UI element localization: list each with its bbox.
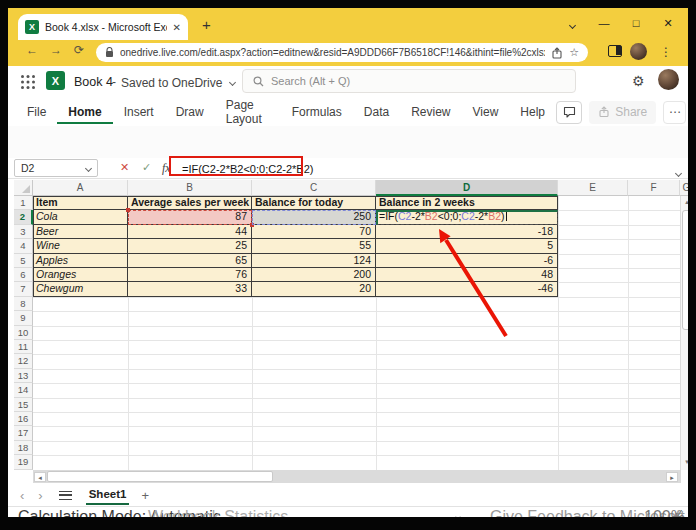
column-header-C[interactable]: C	[252, 180, 376, 196]
more-commands-button[interactable]: ⋯	[663, 101, 686, 124]
cell-B3[interactable]: 44	[128, 225, 252, 239]
cell-B4[interactable]: 25	[128, 239, 252, 253]
column-header-B[interactable]: B	[128, 180, 252, 196]
browser-tab[interactable]: X Book 4.xlsx - Microsoft Excel Onli ✕	[18, 14, 188, 40]
row-header-17[interactable]: 17	[14, 426, 33, 440]
row-header-6[interactable]: 6	[14, 268, 33, 282]
zoom-out-icon[interactable]: —	[626, 508, 642, 517]
add-sheet-icon[interactable]: +	[141, 488, 149, 503]
row-header-13[interactable]: 13	[14, 369, 33, 383]
cell-C3[interactable]: 70	[252, 225, 376, 239]
cell-B1[interactable]: Average sales per week	[128, 196, 252, 210]
window-minimize-button[interactable]: —	[596, 17, 612, 29]
status-chevron-icon[interactable]	[456, 507, 460, 517]
reload-icon[interactable]: ⟳	[74, 43, 84, 57]
column-header-D[interactable]: D	[376, 180, 558, 196]
cell-C2[interactable]: 250	[252, 210, 376, 224]
cell-B7[interactable]: 33	[128, 282, 252, 296]
bookmark-star-icon[interactable]: ☆	[569, 46, 579, 59]
cell-C4[interactable]: 55	[252, 239, 376, 253]
back-icon[interactable]: ←	[26, 43, 38, 57]
tab-close-icon[interactable]: ✕	[173, 22, 181, 33]
forward-icon[interactable]: →	[50, 43, 62, 57]
cell-D4[interactable]: 5	[376, 239, 558, 253]
row-header-7[interactable]: 7	[14, 282, 33, 296]
column-header-A[interactable]: A	[33, 180, 128, 196]
scroll-down-arrow[interactable]: ▾	[680, 458, 688, 468]
share-page-icon[interactable]	[551, 47, 563, 59]
cell-D7[interactable]: -46	[376, 282, 558, 296]
window-close-button[interactable]: ✕	[660, 17, 676, 30]
browser-profile-avatar[interactable]	[630, 43, 647, 60]
cell-D5[interactable]: -6	[376, 254, 558, 268]
name-box[interactable]: D2	[14, 159, 98, 177]
row-header-2[interactable]: 2	[14, 210, 33, 224]
row-header-5[interactable]: 5	[14, 254, 33, 268]
menu-insert[interactable]: Insert	[113, 100, 165, 125]
scroll-right-arrow[interactable]: ▸	[666, 472, 678, 482]
column-header-E[interactable]: E	[558, 180, 628, 196]
formula-bar-input[interactable]: =IF(C2-2*B2<0;0;C2-2*B2)	[182, 163, 313, 175]
cell-C6[interactable]: 200	[252, 268, 376, 282]
cell-D2[interactable]: =IF(C2-2*B2<0;0;C2-2*B2)	[376, 210, 558, 224]
chevron-down-icon[interactable]	[564, 20, 580, 32]
row-header-9[interactable]: 9	[14, 311, 33, 325]
zoom-in-icon[interactable]: +	[672, 508, 681, 517]
row-header-18[interactable]: 18	[14, 441, 33, 455]
row-header-4[interactable]: 4	[14, 239, 33, 253]
cell-A2[interactable]: Cola	[33, 210, 128, 224]
cell-A3[interactable]: Beer	[33, 225, 128, 239]
vertical-scrollbar-thumb[interactable]	[682, 210, 688, 330]
address-bar[interactable]: onedrive.live.com/edit.aspx?action=editn…	[96, 43, 588, 62]
settings-gear-icon[interactable]: ⚙	[632, 73, 645, 89]
row-header-14[interactable]: 14	[14, 383, 33, 397]
menu-formulas[interactable]: Formulas	[281, 100, 353, 125]
cell-D6[interactable]: 48	[376, 268, 558, 282]
app-launcher-icon[interactable]	[20, 74, 36, 90]
row-header-19[interactable]: 19	[14, 455, 33, 469]
menu-help[interactable]: Help	[509, 100, 556, 125]
row-header-12[interactable]: 12	[14, 354, 33, 368]
cell-A4[interactable]: Wine	[33, 239, 128, 253]
menu-view[interactable]: View	[462, 100, 510, 125]
menu-draw[interactable]: Draw	[165, 100, 215, 125]
save-status[interactable]: Saved to OneDrive	[121, 76, 235, 90]
sheet-tab-sheet1[interactable]: Sheet1	[86, 486, 130, 505]
horizontal-scrollbar-thumb[interactable]	[47, 471, 273, 482]
cell-A6[interactable]: Oranges	[33, 268, 128, 282]
cell-C5[interactable]: 124	[252, 254, 376, 268]
cell-C1[interactable]: Balance for today	[252, 196, 376, 210]
cell-D3[interactable]: -18	[376, 225, 558, 239]
menu-file[interactable]: File	[16, 100, 57, 125]
share-button[interactable]: Share	[589, 101, 656, 124]
confirm-entry-icon[interactable]: ✓	[142, 161, 151, 174]
select-all-corner[interactable]	[14, 180, 33, 196]
cell-C7[interactable]: 20	[252, 282, 376, 296]
prev-sheet-icon[interactable]: ‹	[20, 488, 24, 503]
excel-logo-icon[interactable]: X	[46, 71, 65, 90]
window-maximize-button[interactable]: □	[628, 17, 644, 29]
insert-function-icon[interactable]: fx	[162, 161, 171, 176]
cell-A1[interactable]: Item	[33, 196, 128, 210]
row-header-15[interactable]: 15	[14, 398, 33, 412]
all-sheets-icon[interactable]	[59, 491, 72, 500]
scroll-up-arrow[interactable]: ▴	[680, 198, 688, 208]
browser-menu-icon[interactable]: ⋮	[660, 45, 672, 59]
row-header-3[interactable]: 3	[14, 225, 33, 239]
account-avatar[interactable]	[658, 69, 679, 90]
cell-A5[interactable]: Apples	[33, 254, 128, 268]
column-header-F[interactable]: F	[628, 180, 680, 196]
workbook-name[interactable]: Book 4	[74, 75, 113, 89]
row-header-16[interactable]: 16	[14, 412, 33, 426]
new-tab-button[interactable]: +	[202, 16, 211, 33]
cell-A7[interactable]: Chewgum	[33, 282, 128, 296]
cancel-entry-icon[interactable]: ✕	[120, 161, 129, 174]
menu-review[interactable]: Review	[400, 100, 461, 125]
split-screen-icon[interactable]	[608, 45, 622, 57]
search-input[interactable]: Search (Alt + Q)	[242, 69, 576, 93]
menu-data[interactable]: Data	[353, 100, 400, 125]
comments-button[interactable]	[556, 101, 582, 124]
cell-B5[interactable]: 65	[128, 254, 252, 268]
row-header-1[interactable]: 1	[14, 196, 33, 210]
workbook-statistics[interactable]: Workbook Statistics	[148, 508, 288, 517]
